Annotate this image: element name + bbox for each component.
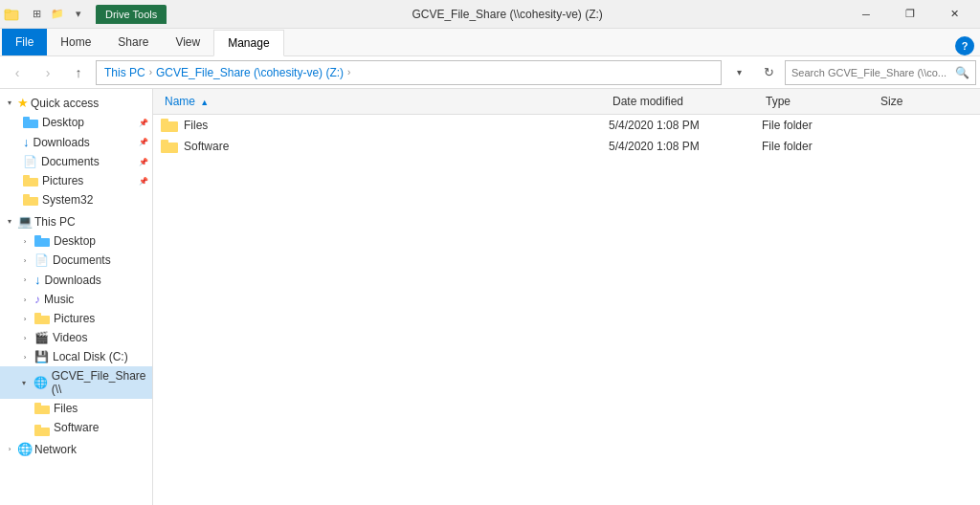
col-name[interactable]: Name ▲	[161, 93, 609, 110]
sidebar-item-system32[interactable]: System32	[0, 190, 152, 209]
network-chevron: ›	[4, 445, 15, 453]
search-box[interactable]: 🔍	[785, 60, 976, 85]
sidebar-label-pictures: Pictures	[42, 174, 83, 187]
breadcrumb-thispc[interactable]: This PC	[104, 66, 145, 79]
qat-new-folder[interactable]: 📁	[48, 5, 67, 24]
network-header[interactable]: › 🌐 Network	[0, 439, 152, 459]
file-name-cell-software: Software	[161, 140, 609, 153]
forward-button[interactable]: ›	[34, 59, 61, 86]
software-folder-icon	[161, 140, 178, 153]
up-button[interactable]: ↑	[65, 59, 92, 86]
sidebar-item-pc-videos[interactable]: › 🎬 Videos	[0, 328, 152, 347]
sidebar-label-downloads: Downloads	[33, 136, 90, 149]
search-input[interactable]	[791, 67, 951, 78]
tab-view[interactable]: View	[162, 29, 213, 55]
col-name-label: Name	[165, 95, 195, 108]
table-row[interactable]: Files 5/4/2020 1:08 PM File folder	[153, 115, 980, 136]
sidebar-label-pc-videos: Videos	[53, 331, 87, 344]
sidebar-label-pc-pictures: Pictures	[54, 312, 95, 325]
sidebar-label-gcve-share: GCVE_File_Share (\\	[52, 369, 148, 396]
quick-access-section: ▾ ★ Quick access Desktop 📌 ↓ Downloads 📌…	[0, 93, 152, 209]
quick-access-header[interactable]: ▾ ★ Quick access	[0, 93, 152, 113]
quick-access-chevron: ▾	[4, 99, 15, 107]
col-size[interactable]: Size	[877, 93, 953, 110]
drive-tools-tab: Drive Tools	[96, 5, 167, 24]
sort-arrow: ▲	[200, 98, 209, 107]
breadcrumb-sep2: ›	[347, 67, 350, 77]
quick-access-toolbar: ⊞ 📁 ▾	[27, 5, 88, 24]
quick-access-label: Quick access	[31, 97, 99, 110]
tab-home[interactable]: Home	[47, 29, 104, 55]
pc-downloads-icon: ↓	[34, 273, 41, 287]
sidebar-item-downloads[interactable]: ↓ Downloads 📌	[0, 132, 152, 152]
pin-icon-documents: 📌	[139, 158, 148, 166]
sidebar-label-system32: System32	[42, 193, 93, 207]
pc-documents-chevron: ›	[19, 256, 31, 265]
this-pc-label: This PC	[34, 215, 76, 229]
sidebar-item-pc-pictures[interactable]: › Pictures	[0, 309, 152, 328]
pin-icon-desktop: 📌	[139, 119, 148, 127]
sidebar-item-pc-desktop[interactable]: › Desktop	[0, 231, 152, 251]
sidebar-subitem-software[interactable]: Software	[0, 418, 152, 437]
file-name-cell-files: Files	[161, 119, 609, 132]
quick-access-star-icon: ★	[17, 96, 29, 110]
sidebar-label-pc-desktop: Desktop	[54, 234, 96, 248]
file-date-software: 5/4/2020 1:08 PM	[609, 140, 762, 153]
breadcrumb-share[interactable]: GCVE_File_Share (\cohesity-ve) (Z:)	[156, 66, 344, 79]
app-icon	[4, 7, 19, 22]
address-right: ▾ ↻	[725, 59, 781, 86]
sub-software-icon	[34, 425, 50, 436]
sidebar-item-documents[interactable]: 📄 Documents 📌	[0, 152, 152, 171]
this-pc-header[interactable]: ▾ 💻 This PC	[0, 211, 152, 231]
back-button[interactable]: ‹	[4, 59, 31, 86]
pc-music-chevron: ›	[19, 296, 31, 304]
help-button[interactable]: ?	[955, 36, 974, 55]
network-icon: 🌐	[17, 442, 33, 456]
sidebar-item-pc-documents[interactable]: › 📄 Documents	[0, 251, 152, 270]
pc-desktop-chevron: ›	[19, 237, 31, 246]
col-type[interactable]: Type	[762, 93, 877, 110]
sidebar-item-local-disk[interactable]: › 💾 Local Disk (C:)	[0, 347, 152, 366]
close-button[interactable]: ✕	[932, 0, 976, 29]
sidebar-item-pc-downloads[interactable]: › ↓ Downloads	[0, 270, 152, 290]
sidebar-label-sub-files: Files	[54, 402, 78, 415]
pc-downloads-chevron: ›	[19, 275, 31, 284]
table-row[interactable]: Software 5/4/2020 1:08 PM File folder	[153, 136, 980, 157]
file-list-area: Name ▲ Date modified Type Size Files 5/4…	[153, 89, 980, 505]
tab-manage[interactable]: Manage	[213, 30, 283, 56]
local-disk-chevron: ›	[19, 353, 31, 362]
minimize-button[interactable]: ─	[844, 0, 888, 29]
sidebar-label-pc-documents: Documents	[53, 253, 111, 267]
file-type-files: File folder	[762, 119, 877, 132]
network-section: › 🌐 Network	[0, 439, 152, 459]
sidebar-item-pictures[interactable]: Pictures 📌	[0, 171, 152, 190]
sidebar-label-pc-downloads: Downloads	[45, 274, 101, 287]
sidebar-label-pc-music: Music	[44, 293, 74, 306]
tab-file[interactable]: File	[2, 29, 47, 55]
sidebar-item-gcve-share[interactable]: ▾ 🌐 GCVE_File_Share (\\	[0, 366, 152, 399]
tab-share[interactable]: Share	[104, 29, 162, 55]
sidebar-subitem-files[interactable]: Files	[0, 399, 152, 418]
pin-icon-downloads: 📌	[139, 138, 148, 146]
qat-properties[interactable]: ⊞	[27, 5, 46, 24]
this-pc-chevron: ▾	[4, 217, 15, 226]
sidebar: ▾ ★ Quick access Desktop 📌 ↓ Downloads 📌…	[0, 89, 153, 505]
ribbon-help: ?	[955, 36, 978, 55]
restore-button[interactable]: ❐	[888, 0, 932, 29]
sidebar-item-pc-music[interactable]: › ♪ Music	[0, 290, 152, 309]
network-label: Network	[34, 443, 77, 456]
col-date-modified[interactable]: Date modified	[609, 93, 762, 110]
pc-pictures-icon	[34, 313, 50, 324]
file-type-software: File folder	[762, 140, 877, 153]
address-path[interactable]: This PC › GCVE_File_Share (\cohesity-ve)…	[96, 60, 722, 85]
dropdown-button[interactable]: ▾	[725, 59, 752, 86]
gcve-chevron: ▾	[19, 379, 30, 387]
qat-dropdown[interactable]: ▾	[69, 5, 88, 24]
refresh-button[interactable]: ↻	[756, 60, 781, 85]
pc-music-icon: ♪	[34, 293, 40, 306]
sidebar-item-desktop[interactable]: Desktop 📌	[0, 113, 152, 132]
ribbon-tabs: File Home Share View Manage ?	[0, 29, 980, 55]
local-disk-icon: 💾	[34, 350, 49, 363]
file-name-software: Software	[184, 140, 229, 153]
address-bar: ‹ › ↑ This PC › GCVE_File_Share (\cohesi…	[0, 56, 980, 89]
